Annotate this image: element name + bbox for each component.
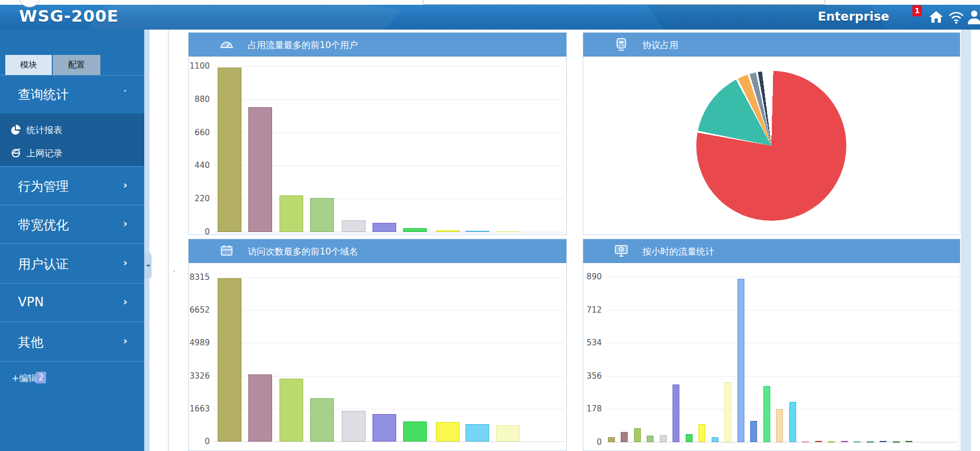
bar	[248, 374, 272, 441]
sidebar-submenu: 统计报表 上网记录	[0, 114, 144, 166]
bar-chart-top-domains: 016633326498966528315	[189, 262, 566, 450]
tab-modules[interactable]: 模块	[5, 55, 52, 75]
report-chart-icon	[10, 123, 22, 136]
bar	[724, 382, 731, 442]
pie-chart-protocols	[583, 56, 960, 234]
panel-title: 占用流量最多的前10个用户	[248, 39, 358, 51]
sidebar-scroll-strip[interactable]	[144, 30, 150, 451]
y-tick-label: 4989	[189, 337, 210, 348]
home-icon[interactable]	[928, 8, 945, 25]
sidebar-item-label: 查询统计	[18, 86, 69, 103]
user-icon[interactable]	[966, 8, 980, 25]
sidebar-item-label: 其他	[18, 334, 43, 351]
bar	[218, 278, 241, 441]
bar	[738, 279, 744, 442]
y-tick-label: 8315	[189, 272, 210, 283]
sidebar-item-query-stats[interactable]: 查询统计 ˅	[0, 75, 144, 114]
chevron-right-icon: ›	[123, 217, 127, 230]
sidebar-item-vpn[interactable]: VPN ›	[0, 283, 144, 322]
y-tick-label: 356	[583, 371, 602, 381]
bar	[828, 441, 835, 443]
sidebar-item-label: 带宽优化	[18, 217, 69, 233]
bar	[248, 107, 272, 232]
sidebar-item-user-auth[interactable]: 用户认证 ›	[0, 243, 144, 283]
y-tick-label: 440	[189, 160, 210, 171]
bar	[218, 68, 241, 232]
sidebar-item-bandwidth[interactable]: 带宽优化 ›	[0, 205, 144, 243]
bar	[854, 441, 861, 443]
content-divider-line	[168, 30, 169, 451]
right-scrollbar-track[interactable]	[962, 30, 971, 451]
bar	[465, 424, 489, 441]
header-decor	[85, 5, 402, 30]
panel-top-users: 占用流量最多的前10个用户 02204406608801100	[188, 32, 567, 235]
bar	[608, 437, 615, 442]
chevron-down-icon: ˅	[123, 89, 127, 99]
bar	[673, 384, 679, 442]
chevron-right-icon: ›	[123, 178, 127, 191]
bar	[279, 195, 303, 232]
sidebar-item-other[interactable]: 其他 ›	[0, 322, 144, 362]
panel-top-domains: 访问次数最多的前10个域名 016633326498966528315	[188, 239, 567, 451]
bar	[342, 411, 366, 441]
internet-explorer-icon	[10, 146, 22, 159]
bar	[647, 436, 654, 442]
y-tick-label: 0	[583, 437, 602, 447]
sidebar-item-label: 用户认证	[18, 256, 69, 273]
sidebar-item-stat-reports[interactable]: 统计报表	[0, 121, 144, 139]
bar	[634, 428, 641, 442]
bar	[893, 441, 900, 443]
tab-config[interactable]: 配置	[53, 55, 100, 75]
panel-protocols: 协议占用	[583, 32, 960, 235]
panel-header: 占用流量最多的前10个用户	[189, 33, 566, 57]
bar	[686, 434, 693, 442]
chevron-right-icon: ›	[123, 295, 127, 308]
sidebar-item-browsing-records[interactable]: 上网记录	[0, 144, 144, 162]
bar	[496, 231, 520, 232]
bar	[310, 198, 334, 232]
monitor-clock-icon	[614, 243, 629, 258]
y-tick-label: 178	[583, 403, 602, 414]
gridline	[214, 343, 564, 343]
browser-chrome-strip	[0, 0, 980, 5]
bar	[372, 223, 396, 232]
y-tick-label: 890	[583, 271, 602, 282]
gridline	[214, 66, 564, 67]
terminal-icon	[614, 37, 629, 52]
gridline	[606, 277, 958, 277]
bar	[841, 441, 848, 442]
gridline	[214, 99, 564, 100]
sidebar-tabs: 模块 配置	[0, 55, 144, 75]
panel-title: 访问次数最多的前10个域名	[248, 246, 358, 258]
bar	[906, 441, 912, 442]
gridline	[214, 441, 564, 442]
y-tick-label: 0	[189, 436, 210, 447]
y-tick-label: 880	[189, 94, 210, 105]
sidebar-item-behavior[interactable]: 行为管理 ›	[0, 166, 144, 205]
y-tick-label: 1663	[189, 403, 210, 414]
panel-header: 协议占用	[583, 33, 960, 57]
panel-header: 访问次数最多的前10个域名	[189, 239, 566, 263]
bar-chart-top-users: 02204406608801100	[189, 56, 566, 234]
bar	[802, 441, 809, 443]
wifi-icon[interactable]	[948, 8, 965, 25]
y-tick-label: 1100	[189, 61, 210, 71]
bar	[342, 220, 366, 232]
chevron-right-icon: ›	[123, 256, 127, 269]
bar	[867, 441, 874, 443]
bar	[698, 424, 705, 442]
bar	[403, 228, 427, 232]
y-tick-label: 6652	[189, 305, 210, 315]
bar	[372, 414, 396, 441]
notification-badge: 1	[912, 5, 922, 16]
sidebar-collapse-handle[interactable]: ◄	[144, 252, 152, 279]
scroll-dash: -	[173, 267, 175, 275]
bar	[279, 379, 303, 441]
bar	[436, 422, 460, 441]
bar	[880, 441, 886, 442]
bar	[621, 432, 628, 442]
gridline	[606, 310, 958, 311]
edit-link[interactable]: +编辑	[12, 372, 37, 384]
bar	[436, 230, 460, 232]
bar	[310, 398, 334, 441]
